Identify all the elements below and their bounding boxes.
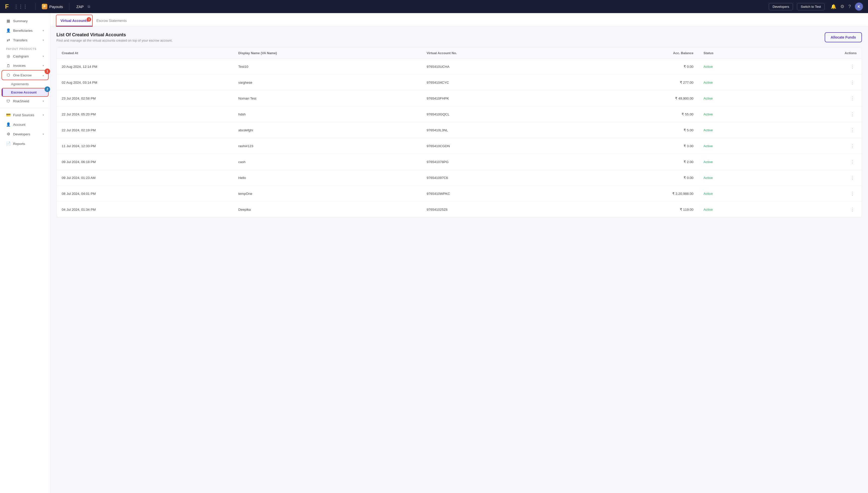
row-actions-button[interactable]: ⋮ [848, 142, 856, 150]
cell-created-at: 09 Jul 2024, 06:18 PM [57, 154, 233, 170]
cell-virtual-account-no: 9765410WPKC [422, 186, 577, 202]
row-actions-button[interactable]: ⋮ [848, 174, 856, 181]
status-badge: Active [704, 81, 713, 84]
payout-products-label: PAYOUT PRODUCTS [0, 45, 50, 51]
cell-actions: ⋮ [776, 122, 862, 138]
developers-icon: ⚙ [6, 132, 10, 136]
help-icon[interactable]: ? [848, 4, 851, 9]
cell-actions: ⋮ [776, 59, 862, 74]
col-acc-balance: Acc. Balance [577, 48, 699, 59]
row-actions-button[interactable]: ⋮ [848, 110, 856, 118]
chevron-up-icon: ▴ [43, 73, 44, 77]
sidebar-item-account[interactable]: 👤 Account [2, 120, 48, 129]
sidebar-item-label: Summary [13, 19, 44, 23]
row-actions-button[interactable]: ⋮ [848, 63, 856, 70]
tab-label: Escrow Statements [96, 19, 127, 23]
row-actions-button[interactable]: ⋮ [848, 190, 856, 197]
cell-status: Active [699, 138, 776, 154]
nav-divider [36, 3, 36, 10]
cell-status: Active [699, 154, 776, 170]
sidebar-item-cashgram[interactable]: ◎ Cashgram ▾ [2, 52, 48, 61]
cell-created-at: 02 Aug 2024, 03:14 PM [57, 74, 233, 90]
cell-display-name: Hello [233, 170, 422, 186]
switch-to-test-button[interactable]: Switch to Test [797, 3, 825, 10]
sidebar-item-label: Reports [13, 142, 44, 146]
cell-virtual-account-no: 9765410GQCL [422, 106, 577, 122]
col-created-at: Created At [57, 48, 233, 59]
sidebar-item-riskshield[interactable]: 🛡 RiskShield ▾ [2, 97, 48, 106]
col-virtual-account-no: Virtual Account No. [422, 48, 577, 59]
row-actions-button[interactable]: ⋮ [848, 126, 856, 134]
bell-icon[interactable]: 🔔 [831, 4, 836, 9]
chevron-down-icon: ▾ [43, 29, 44, 32]
page-header-text: List Of Created Virtual Accounts Find an… [56, 32, 173, 42]
page-title: List Of Created Virtual Accounts [56, 32, 173, 38]
sidebar-item-beneficiaries[interactable]: 👤 Beneficiaries ▾ [2, 26, 48, 35]
sidebar-item-transfers[interactable]: ⇄ Transfers ▾ [2, 36, 48, 45]
sidebar-item-label: Invoices [13, 64, 40, 67]
app-logo: F [5, 3, 9, 10]
nav-divider-2 [69, 3, 69, 10]
cell-created-at: 20 Aug 2024, 12:14 PM [57, 59, 233, 74]
sidebar-item-one-escrow[interactable]: ⬡ One Escrow ▴ 1 [2, 70, 48, 80]
table-row: 23 Jul 2024, 02:58 PM Noman Test 9765410… [57, 90, 862, 106]
tab-label: Virtual Accounts [61, 19, 88, 23]
chevron-down-icon: ▾ [43, 100, 44, 103]
cell-created-at: 23 Jul 2024, 02:58 PM [57, 90, 233, 106]
top-nav: F ⋮⋮⋮ P Payouts ZAP ⧉ Developers Switch … [0, 0, 868, 13]
sidebar-item-developers[interactable]: ⚙ Developers ▾ [2, 130, 48, 138]
tab-escrow-statements[interactable]: Escrow Statements [92, 15, 131, 26]
badge-escrow-account: 2 [45, 86, 50, 92]
beneficiaries-icon: 👤 [6, 28, 10, 33]
avatar[interactable]: K [855, 2, 863, 10]
row-actions-button[interactable]: ⋮ [848, 206, 856, 213]
cell-status: Active [699, 170, 776, 186]
table-row: 04 Jul 2024, 01:34 PM Deepika 976541025Z… [57, 202, 862, 217]
cell-virtual-account-no: 97654104CYC [422, 74, 577, 90]
badge-one-escrow: 1 [45, 68, 50, 74]
main-content: Virtual Accounts 3 Escrow Statements Lis… [50, 13, 868, 493]
col-actions: Actions [776, 48, 862, 59]
status-badge: Active [704, 112, 713, 116]
table-row: 20 Aug 2024, 12:14 PM Test10 9765410UCHA… [57, 59, 862, 74]
sidebar-item-summary[interactable]: ▦ Summary [2, 16, 48, 25]
cell-display-name: tempOne [233, 186, 422, 202]
cell-created-at: 22 Jul 2024, 02:19 PM [57, 122, 233, 138]
sidebar-item-fund-sources[interactable]: 💳 Fund Sources ▾ [2, 110, 48, 120]
sidebar-item-reports[interactable]: 📄 Reports [2, 139, 48, 148]
sidebar-subitem-agreements[interactable]: Agreements [2, 80, 48, 88]
row-actions-button[interactable]: ⋮ [848, 94, 856, 102]
cell-acc-balance: ₹ 119.00 [577, 202, 699, 217]
grid-icon[interactable]: ⋮⋮⋮ [14, 4, 27, 9]
developers-button[interactable]: Developers [769, 3, 793, 10]
cell-acc-balance: ₹ 0.00 [577, 59, 699, 74]
sidebar-subitem-escrow-account[interactable]: Escrow Account 2 [2, 88, 48, 96]
chevron-down-icon: ▾ [43, 64, 44, 67]
page-body: List Of Created Virtual Accounts Find an… [50, 26, 868, 493]
cell-display-name: Deepika [233, 202, 422, 217]
cell-display-name: abcdefghi [233, 122, 422, 138]
copy-icon[interactable]: ⧉ [88, 4, 90, 9]
table-row: 08 Jul 2024, 04:01 PM tempOne 9765410WPK… [57, 186, 862, 202]
cell-created-at: 09 Jul 2024, 01:23 AM [57, 170, 233, 186]
status-badge: Active [704, 208, 713, 212]
row-actions-button[interactable]: ⋮ [848, 158, 856, 166]
col-display-name: Display Name (VA Name) [233, 48, 422, 59]
row-actions-button[interactable]: ⋮ [848, 79, 856, 86]
tab-virtual-accounts[interactable]: Virtual Accounts 3 [56, 15, 92, 26]
gear-icon[interactable]: ⚙ [840, 4, 844, 9]
tab-badge-virtual-accounts: 3 [87, 17, 91, 22]
cell-status: Active [699, 202, 776, 217]
org-name: ZAP [76, 4, 84, 9]
sidebar: ▦ Summary 👤 Beneficiaries ▾ ⇄ Transfers … [0, 13, 50, 493]
cell-actions: ⋮ [776, 106, 862, 122]
sidebar-item-invoices[interactable]: 🗒 Invoices ▾ [2, 61, 48, 70]
cell-actions: ⋮ [776, 202, 862, 217]
table-row: 09 Jul 2024, 06:18 PM cash 976541078PG ₹… [57, 154, 862, 170]
table-header-row: Created At Display Name (VA Name) Virtua… [57, 48, 862, 59]
cell-display-name: hdsh [233, 106, 422, 122]
allocate-funds-button[interactable]: Allocate Funds [825, 32, 862, 42]
cell-status: Active [699, 106, 776, 122]
page-subtitle: Find and manage all the virtual accounts… [56, 39, 173, 42]
cell-actions: ⋮ [776, 138, 862, 154]
